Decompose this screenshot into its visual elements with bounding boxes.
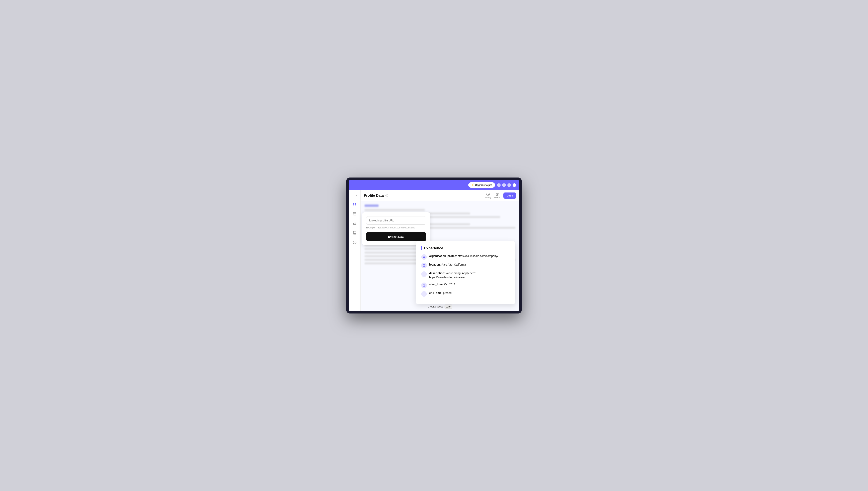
device-wrapper: ⚡ Upgrade to pro › <box>346 177 522 314</box>
page-title-row: Profile Data ⓘ <box>364 194 388 198</box>
menu-icon <box>352 194 355 196</box>
experience-title: Experience <box>421 246 510 251</box>
sidebar-icon-book[interactable] <box>351 230 358 236</box>
bolt-icon: ⚡ <box>471 183 474 186</box>
description-icon <box>421 271 427 277</box>
chevron-right-icon: › <box>356 194 357 197</box>
svg-point-12 <box>424 256 425 257</box>
extract-data-button[interactable]: Extract Data <box>366 232 426 241</box>
sidebar: › <box>349 190 361 311</box>
input-panel: Example: http//www.linkedin.com/in/usern… <box>362 212 430 245</box>
svg-rect-2 <box>353 204 354 205</box>
linkedin-url-input[interactable] <box>366 216 426 225</box>
app-body: › <box>349 190 519 311</box>
credits-label: Credits used: <box>428 305 443 308</box>
delete-button[interactable]: Delete <box>494 193 500 199</box>
sidebar-icon-gear[interactable] <box>351 239 358 246</box>
sidebar-expand[interactable]: › <box>351 193 359 198</box>
location-icon <box>421 263 427 268</box>
nav-dot-2 <box>502 183 506 187</box>
sidebar-icon-calendar[interactable] <box>351 210 358 217</box>
content-area: Example: http//www.linkedin.com/in/usern… <box>361 201 519 311</box>
svg-rect-0 <box>353 203 354 204</box>
history-button[interactable]: History <box>485 193 491 199</box>
header-actions: History Delete Copy <box>485 193 516 199</box>
copy-button[interactable]: Copy <box>503 193 516 199</box>
nav-dot-1 <box>497 183 501 187</box>
main-content: Profile Data ⓘ History <box>361 190 519 311</box>
credits-value: 146 <box>444 305 452 309</box>
field-end-time: end_time: present <box>421 291 510 297</box>
start-time-icon <box>421 283 427 288</box>
title-bar-accent <box>421 246 422 251</box>
nav-dot-4 <box>513 183 516 187</box>
upgrade-button[interactable]: ⚡ Upgrade to pro <box>468 182 495 188</box>
svg-rect-4 <box>353 212 356 215</box>
sidebar-icon-grid[interactable] <box>351 201 358 207</box>
org-icon <box>421 254 427 260</box>
svg-rect-1 <box>355 203 356 204</box>
main-header: Profile Data ⓘ History <box>361 190 519 201</box>
org-profile-link[interactable]: https://ca.linkedin.com/company/ <box>458 254 498 258</box>
field-start-time: start_time: Oct 2017 <box>421 282 510 288</box>
example-text: Example: http//www.linkedin.com/in/usern… <box>366 226 426 229</box>
svg-point-13 <box>424 265 425 266</box>
nav-dot-3 <box>507 183 511 187</box>
info-icon[interactable]: ⓘ <box>385 194 388 198</box>
browser-chrome: ⚡ Upgrade to pro <box>349 180 519 190</box>
svg-point-10 <box>354 242 355 243</box>
field-description: description: We're hiring! Apply here: h… <box>421 271 510 280</box>
svg-rect-3 <box>355 204 356 205</box>
nav-dots <box>497 183 516 187</box>
sidebar-icon-alert[interactable] <box>351 220 358 226</box>
credits-bar: Credits used: 146 <box>428 305 452 309</box>
experience-card: Experience organisation_profile: https:/… <box>416 241 516 304</box>
field-location: location: Palo Alto, California <box>421 263 510 268</box>
field-organisation-profile: organisation_profile: https://ca.linkedi… <box>421 254 510 260</box>
page-title: Profile Data <box>364 194 384 198</box>
end-time-icon <box>421 291 427 297</box>
